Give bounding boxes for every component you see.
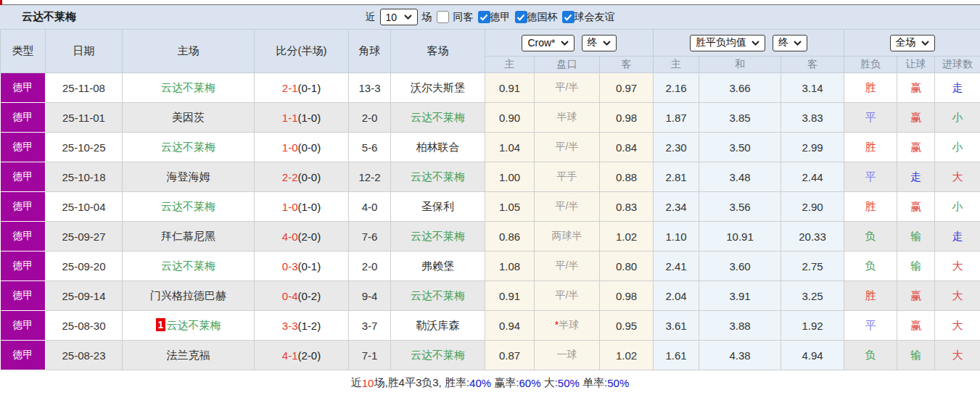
cell-handicap-result: 赢 xyxy=(897,281,935,311)
away-team-name: 勒沃库森 xyxy=(416,319,460,331)
cell-goals-result: 小 xyxy=(935,103,980,133)
win-rate: 40% xyxy=(469,377,491,389)
col-header-eu-away: 客 xyxy=(781,57,844,73)
cell-eu-home-odds: 1.10 xyxy=(654,222,699,251)
cell-home-team: 海登海姆 xyxy=(123,162,255,192)
filter-bar: 近 10 场 同客 德甲 德国杯 球会友谊 xyxy=(0,9,980,25)
cell-ah-home-odds: 1.00 xyxy=(485,162,535,192)
line-text: 平/半 xyxy=(556,289,579,301)
handicap-odds-header: Crow* 终 xyxy=(485,30,654,57)
cell-corners: 12-2 xyxy=(349,162,391,192)
col-header-away: 客场 xyxy=(391,30,485,73)
cell-date: 25-10-18 xyxy=(46,162,123,192)
col-header-goals: 进球数 xyxy=(935,57,980,73)
cell-away-team: 沃尔夫斯堡 xyxy=(391,73,485,103)
avg-time-select[interactable]: 终 xyxy=(773,35,807,51)
cell-eu-draw-odds: 3.60 xyxy=(699,251,781,281)
avg-time-value: 终 xyxy=(778,36,788,49)
table-row: 德甲 25-09-14 门兴格拉德巴赫 0-4(0-2) 9-4 云达不莱梅 0… xyxy=(1,281,980,311)
cell-ah-home-odds: 0.94 xyxy=(485,311,535,341)
col-header-date: 日期 xyxy=(46,30,123,73)
same-away-checkbox[interactable] xyxy=(437,11,449,23)
halftime-score: (0-2) xyxy=(298,290,321,302)
table-row: 德甲 25-10-04 云达不莱梅 1-0(1-0) 4-0 圣保利 1.05 … xyxy=(1,192,980,222)
cell-ah-home-odds: 0.87 xyxy=(485,341,535,370)
top-strip xyxy=(0,0,980,5)
col-header-type: 类型 xyxy=(1,30,46,73)
cell-date: 25-10-25 xyxy=(46,133,123,162)
away-team-name: 柏林联合 xyxy=(416,141,460,153)
cell-eu-home-odds: 1.61 xyxy=(654,341,699,370)
chevron-down-icon xyxy=(603,41,611,46)
halftime-score: (1-2) xyxy=(298,320,321,332)
chevron-down-icon xyxy=(752,41,759,46)
same-away-filter xyxy=(437,11,449,23)
line-text: 半球 xyxy=(559,319,579,330)
table-row: 德甲 25-11-01 美因茨 1-1(1-0) 2-0 云达不莱梅 0.90 … xyxy=(1,103,980,133)
cell-eu-away-odds: 4.94 xyxy=(781,341,844,370)
home-team-name: 云达不莱梅 xyxy=(161,200,215,212)
cell-league: 德甲 xyxy=(1,222,46,251)
cell-ah-line: 平/半 xyxy=(535,192,600,222)
cell-result: 平 xyxy=(844,311,897,341)
cell-eu-home-odds: 3.61 xyxy=(654,311,699,341)
scope-select[interactable]: 全场 xyxy=(890,35,935,51)
friendly-checkbox[interactable] xyxy=(562,11,575,23)
line-text: 平/半 xyxy=(556,259,579,271)
home-team-name: 云达不莱梅 xyxy=(161,259,215,272)
fulltime-score: 3-3 xyxy=(282,320,298,332)
big-rate: 50% xyxy=(558,377,580,389)
recent-count-select[interactable]: 10 xyxy=(380,9,418,25)
cell-date: 25-09-27 xyxy=(46,222,123,251)
bundesliga-label: 德甲 xyxy=(490,11,511,24)
home-team-name: 云达不莱梅 xyxy=(161,141,215,153)
away-team-name: 云达不莱梅 xyxy=(411,349,465,361)
big-rate-label: 大: xyxy=(541,376,558,390)
cell-score: 2-1(0-1) xyxy=(255,73,349,103)
pokal-checkbox[interactable] xyxy=(515,11,527,23)
home-team-name: 美因茨 xyxy=(172,111,205,123)
cell-league: 德甲 xyxy=(1,251,46,281)
cell-ah-away-odds: 0.98 xyxy=(600,281,654,311)
fulltime-score: 1-0 xyxy=(282,201,298,213)
cell-ah-line: 两球半 xyxy=(535,222,600,251)
cell-ah-away-odds: 0.97 xyxy=(600,73,654,103)
avg-odds-select[interactable]: 胜平负均值 xyxy=(690,35,765,51)
fulltime-score: 0-4 xyxy=(282,290,298,302)
cell-result: 胜 xyxy=(844,133,897,162)
cell-goals-result: 大 xyxy=(935,341,980,370)
cell-ah-home-odds: 0.91 xyxy=(485,281,535,311)
cell-ah-home-odds: 1.08 xyxy=(485,251,535,281)
away-team-name: 弗赖堡 xyxy=(421,259,454,272)
cell-result: 胜 xyxy=(844,281,897,311)
cell-eu-away-odds: 2.90 xyxy=(781,192,844,222)
table-row: 德甲 25-10-18 海登海姆 2-2(0-0) 12-2 云达不莱梅 1.0… xyxy=(1,162,980,192)
table-row: 德甲 25-08-23 法兰克福 4-1(2-0) 7-1 云达不莱梅 0.87… xyxy=(1,341,980,370)
cell-league: 德甲 xyxy=(1,341,46,370)
cell-ah-away-odds: 1.02 xyxy=(600,341,654,370)
bundesliga-checkbox[interactable] xyxy=(478,11,490,23)
cell-away-team: 云达不莱梅 xyxy=(391,162,485,192)
pokal-label: 德国杯 xyxy=(527,11,558,24)
summary-bar: 近10场,胜4平3负3, 胜率:40% 赢率:60% 大:50% 单率:50% xyxy=(0,370,980,395)
cell-ah-line: 平/半 xyxy=(535,133,600,162)
recent-label: 近 xyxy=(366,11,376,24)
odds-company-select[interactable]: Crow* xyxy=(522,35,574,51)
league-filter-friendly: 球会友谊 xyxy=(562,11,615,24)
same-away-label: 同客 xyxy=(453,11,474,24)
home-team-name: 云达不莱梅 xyxy=(166,319,221,331)
cell-goals-result: 大 xyxy=(935,281,980,311)
cell-league: 德甲 xyxy=(1,103,46,133)
company-time-select[interactable]: 终 xyxy=(582,35,617,51)
cell-eu-away-odds: 3.25 xyxy=(781,281,844,311)
cell-ah-home-odds: 1.05 xyxy=(485,192,535,222)
cell-corners: 9-4 xyxy=(349,281,391,311)
cell-handicap-result: 赢 xyxy=(897,103,935,133)
matches-table: 类型 日期 主场 比分(半场) 角球 客场 Crow* 终 xyxy=(0,29,980,370)
cell-eu-away-odds: 3.14 xyxy=(781,73,844,103)
cell-ah-away-odds: 0.88 xyxy=(600,162,654,192)
table-body: 德甲 25-11-08 云达不莱梅 2-1(0-1) 13-3 沃尔夫斯堡 0.… xyxy=(1,73,980,370)
cell-away-team: 云达不莱梅 xyxy=(391,341,485,370)
away-team-name: 沃尔夫斯堡 xyxy=(411,81,465,93)
cell-league: 德甲 xyxy=(1,311,46,341)
